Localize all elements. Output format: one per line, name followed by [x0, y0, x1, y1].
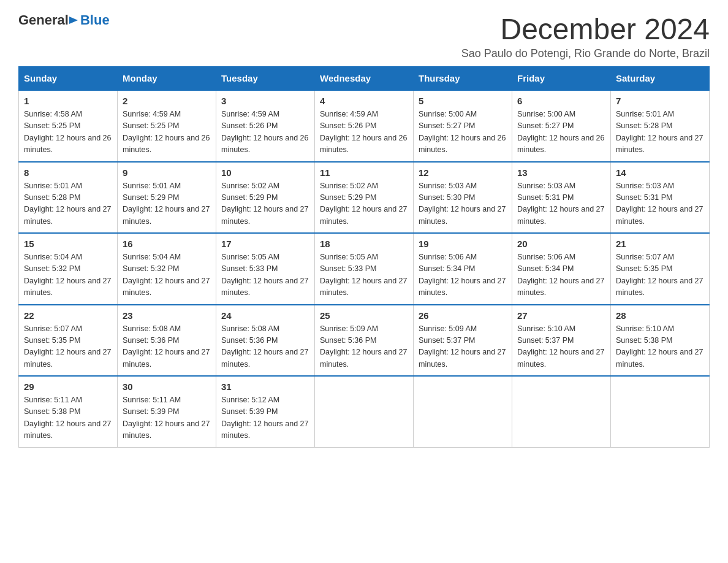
day-number: 19 [419, 239, 507, 249]
calendar-body: 1 Sunrise: 4:58 AMSunset: 5:25 PMDayligh… [19, 90, 710, 447]
calendar-day-cell: 17 Sunrise: 5:05 AMSunset: 5:33 PMDaylig… [216, 233, 315, 305]
day-info: Sunrise: 5:05 AMSunset: 5:33 PMDaylight:… [320, 251, 408, 299]
calendar-day-cell: 3 Sunrise: 4:59 AMSunset: 5:26 PMDayligh… [216, 90, 315, 162]
col-wednesday: Wednesday [315, 67, 414, 91]
day-number: 5 [419, 96, 507, 106]
calendar-table: Sunday Monday Tuesday Wednesday Thursday… [18, 66, 710, 448]
day-info: Sunrise: 4:59 AMSunset: 5:26 PMDaylight:… [221, 109, 309, 156]
day-info: Sunrise: 4:59 AMSunset: 5:26 PMDaylight:… [320, 109, 408, 156]
location-subtitle: Sao Paulo do Potengi, Rio Grande do Nort… [461, 47, 710, 60]
svg-marker-0 [69, 17, 78, 24]
day-number: 24 [221, 310, 309, 321]
header-row: Sunday Monday Tuesday Wednesday Thursday… [19, 67, 710, 91]
calendar-day-cell: 9 Sunrise: 5:01 AMSunset: 5:29 PMDayligh… [118, 162, 216, 234]
calendar-week-row: 15 Sunrise: 5:04 AMSunset: 5:32 PMDaylig… [19, 233, 710, 305]
calendar-day-cell: 14 Sunrise: 5:03 AMSunset: 5:31 PMDaylig… [611, 162, 710, 234]
calendar-day-cell: 13 Sunrise: 5:03 AMSunset: 5:31 PMDaylig… [512, 162, 611, 234]
day-number: 17 [221, 239, 309, 249]
day-number: 27 [517, 310, 605, 321]
logo-blue-text: Blue [80, 13, 110, 27]
calendar-day-cell: 19 Sunrise: 5:06 AMSunset: 5:34 PMDaylig… [414, 233, 512, 305]
calendar-day-cell: 6 Sunrise: 5:00 AMSunset: 5:27 PMDayligh… [512, 90, 611, 162]
day-number: 23 [123, 310, 211, 321]
day-info: Sunrise: 5:12 AMSunset: 5:39 PMDaylight:… [221, 394, 309, 442]
logo-arrow-icon [69, 15, 79, 25]
calendar-day-cell: 16 Sunrise: 5:04 AMSunset: 5:32 PMDaylig… [118, 233, 216, 305]
calendar-day-cell: 4 Sunrise: 4:59 AMSunset: 5:26 PMDayligh… [315, 90, 414, 162]
day-info: Sunrise: 5:03 AMSunset: 5:31 PMDaylight:… [616, 180, 704, 228]
calendar-week-row: 8 Sunrise: 5:01 AMSunset: 5:28 PMDayligh… [19, 162, 710, 234]
day-number: 8 [24, 167, 112, 178]
calendar-day-cell: 25 Sunrise: 5:09 AMSunset: 5:36 PMDaylig… [315, 305, 414, 377]
day-info: Sunrise: 4:58 AMSunset: 5:25 PMDaylight:… [24, 109, 112, 156]
day-info: Sunrise: 5:01 AMSunset: 5:28 PMDaylight:… [24, 180, 112, 228]
calendar-day-cell [315, 376, 414, 447]
col-sunday: Sunday [19, 67, 118, 91]
day-info: Sunrise: 5:03 AMSunset: 5:31 PMDaylight:… [517, 180, 605, 228]
day-number: 29 [24, 381, 112, 392]
day-number: 25 [320, 310, 408, 321]
calendar-day-cell: 10 Sunrise: 5:02 AMSunset: 5:29 PMDaylig… [216, 162, 315, 234]
calendar-day-cell: 1 Sunrise: 4:58 AMSunset: 5:25 PMDayligh… [19, 90, 118, 162]
calendar-day-cell: 31 Sunrise: 5:12 AMSunset: 5:39 PMDaylig… [216, 376, 315, 447]
calendar-day-cell: 22 Sunrise: 5:07 AMSunset: 5:35 PMDaylig… [19, 305, 118, 377]
day-info: Sunrise: 5:11 AMSunset: 5:39 PMDaylight:… [123, 394, 211, 442]
logo: General Blue [18, 12, 110, 28]
day-info: Sunrise: 5:09 AMSunset: 5:37 PMDaylight:… [419, 323, 507, 371]
calendar-day-cell: 18 Sunrise: 5:05 AMSunset: 5:33 PMDaylig… [315, 233, 414, 305]
day-info: Sunrise: 5:10 AMSunset: 5:37 PMDaylight:… [517, 323, 605, 371]
col-monday: Monday [118, 67, 216, 91]
day-number: 18 [320, 239, 408, 249]
day-number: 30 [123, 381, 211, 392]
day-info: Sunrise: 5:02 AMSunset: 5:29 PMDaylight:… [221, 180, 309, 228]
day-info: Sunrise: 5:01 AMSunset: 5:29 PMDaylight:… [123, 180, 211, 228]
day-info: Sunrise: 5:00 AMSunset: 5:27 PMDaylight:… [517, 109, 605, 156]
calendar-day-cell: 28 Sunrise: 5:10 AMSunset: 5:38 PMDaylig… [611, 305, 710, 377]
day-number: 26 [419, 310, 507, 321]
day-number: 16 [123, 239, 211, 249]
day-number: 9 [123, 167, 211, 178]
calendar-week-row: 1 Sunrise: 4:58 AMSunset: 5:25 PMDayligh… [19, 90, 710, 162]
day-number: 12 [419, 167, 507, 178]
calendar-day-cell: 12 Sunrise: 5:03 AMSunset: 5:30 PMDaylig… [414, 162, 512, 234]
calendar-day-cell [512, 376, 611, 447]
calendar-day-cell: 29 Sunrise: 5:11 AMSunset: 5:38 PMDaylig… [19, 376, 118, 447]
day-number: 15 [24, 239, 112, 249]
day-number: 22 [24, 310, 112, 321]
calendar-day-cell: 8 Sunrise: 5:01 AMSunset: 5:28 PMDayligh… [19, 162, 118, 234]
day-info: Sunrise: 5:07 AMSunset: 5:35 PMDaylight:… [616, 251, 704, 299]
calendar-header: Sunday Monday Tuesday Wednesday Thursday… [19, 67, 710, 91]
day-number: 7 [616, 96, 704, 106]
day-info: Sunrise: 5:01 AMSunset: 5:28 PMDaylight:… [616, 109, 704, 156]
day-number: 3 [221, 96, 309, 106]
day-info: Sunrise: 5:07 AMSunset: 5:35 PMDaylight:… [24, 323, 112, 371]
day-number: 20 [517, 239, 605, 249]
calendar-week-row: 22 Sunrise: 5:07 AMSunset: 5:35 PMDaylig… [19, 305, 710, 377]
calendar-day-cell: 23 Sunrise: 5:08 AMSunset: 5:36 PMDaylig… [118, 305, 216, 377]
day-info: Sunrise: 5:03 AMSunset: 5:30 PMDaylight:… [419, 180, 507, 228]
col-thursday: Thursday [414, 67, 512, 91]
day-info: Sunrise: 5:08 AMSunset: 5:36 PMDaylight:… [221, 323, 309, 371]
day-number: 10 [221, 167, 309, 178]
day-number: 11 [320, 167, 408, 178]
calendar-day-cell: 7 Sunrise: 5:01 AMSunset: 5:28 PMDayligh… [611, 90, 710, 162]
day-number: 6 [517, 96, 605, 106]
logo-general-text: General [18, 12, 69, 28]
day-info: Sunrise: 4:59 AMSunset: 5:25 PMDaylight:… [123, 109, 211, 156]
day-number: 4 [320, 96, 408, 106]
day-info: Sunrise: 5:04 AMSunset: 5:32 PMDaylight:… [123, 251, 211, 299]
day-number: 31 [221, 381, 309, 392]
calendar-day-cell: 24 Sunrise: 5:08 AMSunset: 5:36 PMDaylig… [216, 305, 315, 377]
calendar-day-cell [414, 376, 512, 447]
day-info: Sunrise: 5:10 AMSunset: 5:38 PMDaylight:… [616, 323, 704, 371]
day-number: 1 [24, 96, 112, 106]
col-friday: Friday [512, 67, 611, 91]
col-saturday: Saturday [611, 67, 710, 91]
calendar-day-cell: 2 Sunrise: 4:59 AMSunset: 5:25 PMDayligh… [118, 90, 216, 162]
day-number: 21 [616, 239, 704, 249]
calendar-day-cell: 26 Sunrise: 5:09 AMSunset: 5:37 PMDaylig… [414, 305, 512, 377]
calendar-week-row: 29 Sunrise: 5:11 AMSunset: 5:38 PMDaylig… [19, 376, 710, 447]
col-tuesday: Tuesday [216, 67, 315, 91]
title-block: December 2024 Sao Paulo do Potengi, Rio … [461, 12, 710, 60]
day-number: 14 [616, 167, 704, 178]
